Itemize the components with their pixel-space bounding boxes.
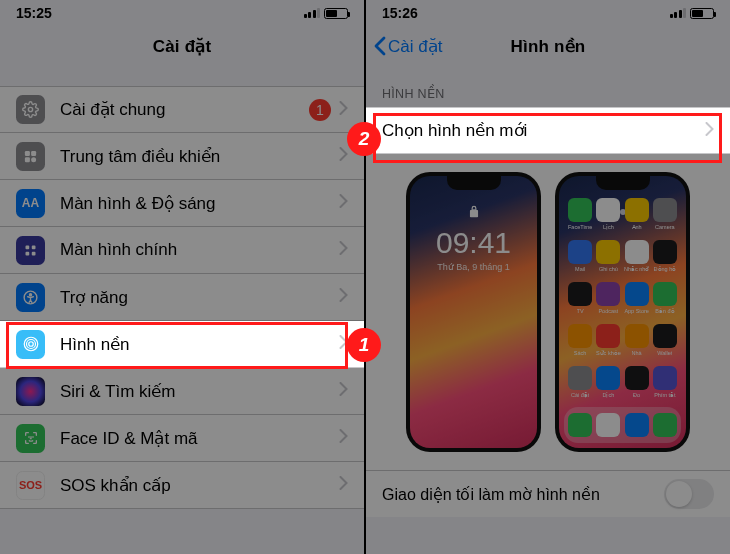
status-time: 15:25 — [16, 5, 52, 21]
siri-icon — [16, 377, 45, 406]
app-icon: Podcast — [595, 282, 621, 320]
app-icon: Mail — [567, 240, 593, 278]
app-icon: Camera — [652, 198, 678, 236]
chevron-right-icon — [339, 428, 348, 448]
cell-label: Trung tâm điều khiển — [60, 146, 339, 167]
app-icon: Cài đặt — [567, 366, 593, 404]
svg-rect-7 — [26, 251, 30, 255]
dock-app-icon — [596, 413, 620, 437]
item-control-center[interactable]: Trung tâm điều khiển — [0, 133, 364, 180]
svg-rect-8 — [32, 251, 36, 255]
app-icon: Đồng hồ — [652, 240, 678, 278]
item-home-screen[interactable]: Màn hình chính — [0, 227, 364, 274]
svg-rect-3 — [25, 157, 30, 162]
page-title: Cài đặt — [153, 36, 212, 57]
app-icon: Wallet — [652, 324, 678, 362]
app-icon: TV — [567, 282, 593, 320]
item-sos[interactable]: SOS SOS khẩn cấp — [0, 462, 364, 509]
dock-app-icon — [625, 413, 649, 437]
section-header: HÌNH NỀN — [366, 68, 730, 107]
control-center-icon — [16, 142, 45, 171]
cell-label: Trợ năng — [60, 287, 339, 308]
wallpaper-preview-row: 09:41 Thứ Ba, 9 tháng 1 FaceTimeLịchẢnhC… — [366, 154, 730, 470]
gear-icon — [16, 95, 45, 124]
cell-label: Màn hình chính — [60, 240, 339, 260]
dark-dim-toggle-row: Giao diện tối làm mờ hình nền — [366, 470, 730, 517]
svg-rect-1 — [25, 150, 30, 155]
app-icon: Dịch — [595, 366, 621, 404]
status-bar: 15:26 — [366, 0, 730, 24]
svg-point-10 — [29, 293, 31, 295]
cell-label: SOS khẩn cấp — [60, 475, 339, 496]
home-screen-icon — [16, 236, 45, 265]
lock-date: Thứ Ba, 9 tháng 1 — [410, 262, 537, 272]
svg-rect-5 — [26, 245, 30, 249]
item-siri[interactable]: Siri & Tìm kiếm — [0, 368, 364, 415]
app-icon: Ghi chú — [595, 240, 621, 278]
cell-label: Chọn hình nền mới — [382, 120, 705, 141]
app-icon: Lịch — [595, 198, 621, 236]
face-id-icon — [16, 424, 45, 453]
app-icon: Sức khỏe — [595, 324, 621, 362]
display-icon: AA — [16, 189, 45, 218]
item-accessibility[interactable]: Trợ năng — [0, 274, 364, 321]
signal-icon — [670, 8, 687, 18]
chevron-right-icon — [339, 287, 348, 307]
lock-icon — [469, 204, 479, 222]
svg-rect-4 — [31, 157, 36, 162]
dark-dim-toggle[interactable] — [664, 479, 714, 509]
status-bar: 15:25 — [0, 0, 364, 24]
cell-label: Siri & Tìm kiếm — [60, 381, 339, 402]
cell-label: Face ID & Mật mã — [60, 428, 339, 449]
battery-icon — [690, 8, 714, 19]
chevron-right-icon — [705, 121, 714, 141]
svg-rect-6 — [32, 245, 36, 249]
cell-label: Màn hình & Độ sáng — [60, 193, 339, 214]
app-icon: Bản đồ — [652, 282, 678, 320]
sos-icon: SOS — [16, 471, 45, 500]
signal-icon — [304, 8, 321, 18]
item-display[interactable]: AA Màn hình & Độ sáng — [0, 180, 364, 227]
app-icon: FaceTime — [567, 198, 593, 236]
page-title: Hình nền — [511, 36, 586, 57]
item-general[interactable]: Cài đặt chung 1 — [0, 86, 364, 133]
chevron-right-icon — [339, 193, 348, 213]
app-icon: Đo — [624, 366, 650, 404]
chevron-right-icon — [339, 381, 348, 401]
status-time: 15:26 — [382, 5, 418, 21]
dock — [564, 407, 681, 443]
callout-2: 2 — [347, 122, 381, 156]
app-icon: Nhắc nhở — [624, 240, 650, 278]
item-face-id[interactable]: Face ID & Mật mã — [0, 415, 364, 462]
toggle-label: Giao diện tối làm mờ hình nền — [382, 485, 664, 504]
item-choose-wallpaper[interactable]: Chọn hình nền mới — [366, 107, 730, 154]
app-icon: Phím tắt — [652, 366, 678, 404]
dock-app-icon — [568, 413, 592, 437]
notification-badge: 1 — [309, 99, 331, 121]
app-icon: Sách — [567, 324, 593, 362]
back-button[interactable]: Cài đặt — [374, 36, 442, 57]
svg-point-11 — [28, 342, 33, 347]
accessibility-icon — [16, 283, 45, 312]
chevron-right-icon — [339, 475, 348, 495]
chevron-right-icon — [339, 100, 348, 120]
chevron-right-icon — [339, 240, 348, 260]
wallpaper-pane-right: 15:26 Cài đặt Hình nền HÌNH NỀN Chọn hìn… — [366, 0, 730, 554]
chevron-right-icon — [339, 146, 348, 166]
callout-1: 1 — [347, 328, 381, 362]
navbar: Cài đặt — [0, 24, 364, 68]
cell-label: Cài đặt chung — [60, 99, 309, 120]
wallpaper-icon — [16, 330, 45, 359]
item-wallpaper[interactable]: Hình nền — [0, 321, 364, 368]
home-screen-preview[interactable]: FaceTimeLịchẢnhCameraMailGhi chúNhắc nhở… — [555, 172, 690, 452]
svg-point-12 — [26, 340, 35, 349]
lock-time: 09:41 — [410, 226, 537, 260]
app-icon: Ảnh — [624, 198, 650, 236]
app-icon: App Store — [624, 282, 650, 320]
lock-screen-preview[interactable]: 09:41 Thứ Ba, 9 tháng 1 — [406, 172, 541, 452]
navbar: Cài đặt Hình nền — [366, 24, 730, 68]
svg-rect-2 — [31, 150, 36, 155]
back-label: Cài đặt — [388, 36, 442, 57]
svg-point-0 — [28, 107, 32, 111]
cell-label: Hình nền — [60, 334, 339, 355]
